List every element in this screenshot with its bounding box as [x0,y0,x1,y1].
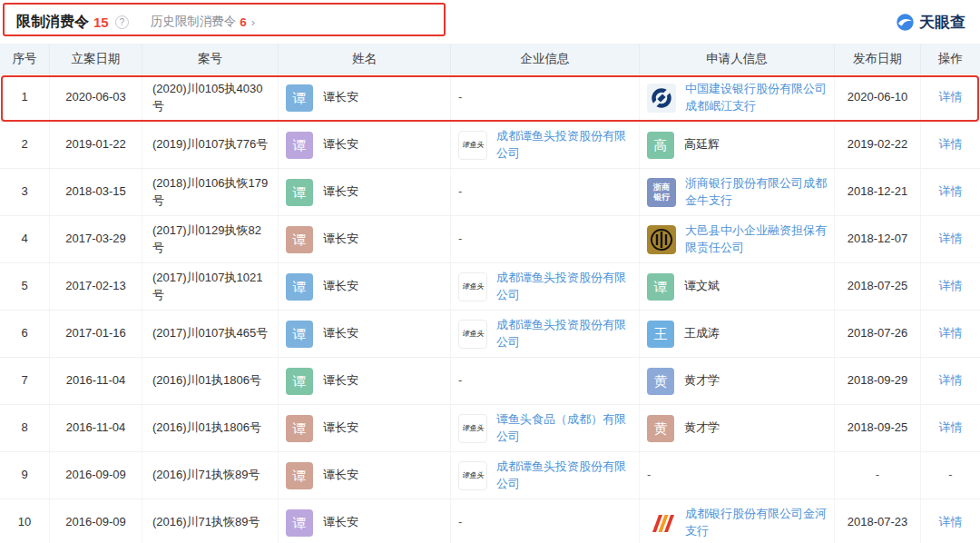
applicant-avatar: 王 [647,321,674,348]
cell-case-no: (2016)川71执恢89号 [142,452,279,499]
cell-action: 详情 [921,216,980,262]
cell-case-no: (2016)川01执1806号 [142,405,279,451]
cell-filing-date: 2019-01-22 [50,122,142,168]
history-link-label: 历史限制消费令 [151,14,237,30]
tianyancha-logo[interactable]: 天眼查 [896,12,965,33]
company-link[interactable]: 成都谭鱼头投资股份有限公司 [496,459,632,493]
table-row: 62017-01-16(2017)川0107执465号谭谭长安谭鱼头成都谭鱼头投… [0,311,980,358]
cell-applicant: 浙商银行浙商银行股份有限公司成都金牛支行 [640,169,835,215]
detail-link[interactable]: 详情 [939,183,963,201]
history-count-badge: 6 [240,15,247,29]
cell-publish-date: - [835,452,921,499]
cell-company: 谭鱼头成都谭鱼头投资股份有限公司 [451,452,640,499]
cell-applicant: 黄黄才学 [640,405,835,451]
cell-applicant: 谭谭文斌 [640,263,835,310]
company-link[interactable]: 成都谭鱼头投资股份有限公司 [496,270,632,304]
table-row: 92016-09-09(2016)川71执恢89号谭谭长安谭鱼头成都谭鱼头投资股… [0,452,980,499]
company-empty-dash: - [458,183,462,201]
cell-action: 详情 [921,311,980,357]
applicant-name: 黄才学 [684,420,720,437]
cell-case-no: (2017)川0107执1021号 [142,263,279,310]
cell-company: 谭鱼头成都谭鱼头投资股份有限公司 [451,122,640,168]
detail-link[interactable]: 详情 [939,325,963,342]
person-avatar: 谭 [286,321,313,348]
cell-company: 谭鱼头成都谭鱼头投资股份有限公司 [451,311,640,357]
cell-publish-date: 2018-12-07 [835,216,921,262]
cell-applicant: 成都银行股份有限公司金河支行 [640,499,835,543]
detail-link[interactable]: 详情 [939,231,963,248]
cell-name: 谭谭长安 [279,74,451,121]
person-avatar: 谭 [286,415,313,442]
person-avatar: 谭 [286,226,313,253]
company-link[interactable]: 谭鱼头食品（成都）有限公司 [496,411,632,446]
applicant-empty-dash: - [647,467,651,484]
person-name: 谭长安 [323,231,358,248]
cell-company: - [451,358,640,404]
detail-link[interactable]: 详情 [939,514,963,531]
cell-company: 谭鱼头成都谭鱼头投资股份有限公司 [451,263,640,310]
cell-action: - [921,452,980,499]
company-link[interactable]: 成都谭鱼头投资股份有限公司 [496,317,632,351]
table-row: 82016-11-04(2016)川01执1806号谭谭长安谭鱼头谭鱼头食品（成… [0,405,980,452]
company-link[interactable]: 成都谭鱼头投资股份有限公司 [496,128,632,163]
cell-action: 详情 [921,169,980,215]
tanyutou-company-logo-icon: 谭鱼头 [458,131,487,160]
applicant-link[interactable]: 浙商银行股份有限公司成都金牛支行 [685,175,827,210]
cell-applicant: 高高廷辉 [640,122,835,168]
person-name: 谭长安 [323,278,358,295]
company-empty-dash: - [458,231,462,248]
cell-action: 详情 [921,405,980,451]
cell-name: 谭谭长安 [279,263,451,310]
applicant-link[interactable]: 成都银行股份有限公司金河支行 [685,506,827,540]
cell-action: 详情 [921,358,980,404]
cell-name: 谭谭长安 [279,499,451,543]
person-avatar: 谭 [286,84,313,112]
cell-case-no: (2017)川0129执恢82号 [142,216,279,262]
cell-filing-date: 2020-06-03 [50,74,142,121]
cell-company: - [451,169,640,215]
table-row: 102016-09-09(2016)川71执恢89号谭谭长安-成都银行股份有限公… [0,499,980,543]
applicant-name: 黄才学 [684,372,720,390]
cell-no: 5 [0,263,50,310]
cell-name: 谭谭长安 [279,358,451,404]
cell-applicant: 中国建设银行股份有限公司成都岷江支行 [640,74,835,121]
table-body: 12020-06-03(2020)川0105执4030号谭谭长安-中国建设银行股… [0,74,980,543]
table-row: 52017-02-13(2017)川0107执1021号谭谭长安谭鱼头成都谭鱼头… [0,263,980,311]
cell-publish-date: 2018-07-25 [835,263,921,310]
dayi-guarantee-logo-icon [647,225,676,254]
history-restriction-link[interactable]: 历史限制消费令 6 › [151,14,255,30]
help-question-icon[interactable]: ? [115,15,129,29]
person-avatar: 谭 [286,273,313,301]
cell-filing-date: 2016-11-04 [50,358,142,404]
detail-link[interactable]: 详情 [939,136,963,153]
restriction-count-badge: 15 [93,15,109,30]
detail-link[interactable]: 详情 [939,89,963,106]
brand-name: 天眼查 [919,12,965,33]
detail-link[interactable]: 详情 [939,278,963,295]
page-header: 限制消费令 15 ? 历史限制消费令 6 › 天眼查 [0,0,980,44]
applicant-avatar: 谭 [647,273,674,301]
detail-link[interactable]: 详情 [939,372,963,390]
cell-publish-date: 2018-07-23 [835,499,921,543]
cell-applicant: 黄黄才学 [640,358,835,404]
applicant-avatar: 黄 [647,415,674,442]
cell-no: 10 [0,499,50,543]
person-name: 谭长安 [323,89,358,106]
applicant-name: 高廷辉 [684,136,720,153]
cell-no: 8 [0,405,50,451]
table-header-row: 序号立案日期案号姓名企业信息申请人信息发布日期操作 [0,44,980,74]
cell-name: 谭谭长安 [279,169,451,215]
company-empty-dash: - [458,89,462,106]
applicant-link[interactable]: 大邑县中小企业融资担保有限责任公司 [685,222,827,257]
detail-link[interactable]: 详情 [939,420,963,437]
cell-case-no: (2018)川0106执恢179号 [142,169,279,215]
applicant-link[interactable]: 中国建设银行股份有限公司成都岷江支行 [685,81,827,115]
cell-company: - [451,499,640,543]
cell-case-no: (2016)川71执恢89号 [142,499,279,543]
cell-filing-date: 2017-03-29 [50,216,142,262]
tanyutou-company-logo-icon: 谭鱼头 [458,414,487,443]
cell-no: 6 [0,311,50,357]
cell-publish-date: 2018-09-29 [835,358,921,404]
person-name: 谭长安 [323,420,358,437]
tanyutou-company-logo-icon: 谭鱼头 [458,461,487,490]
